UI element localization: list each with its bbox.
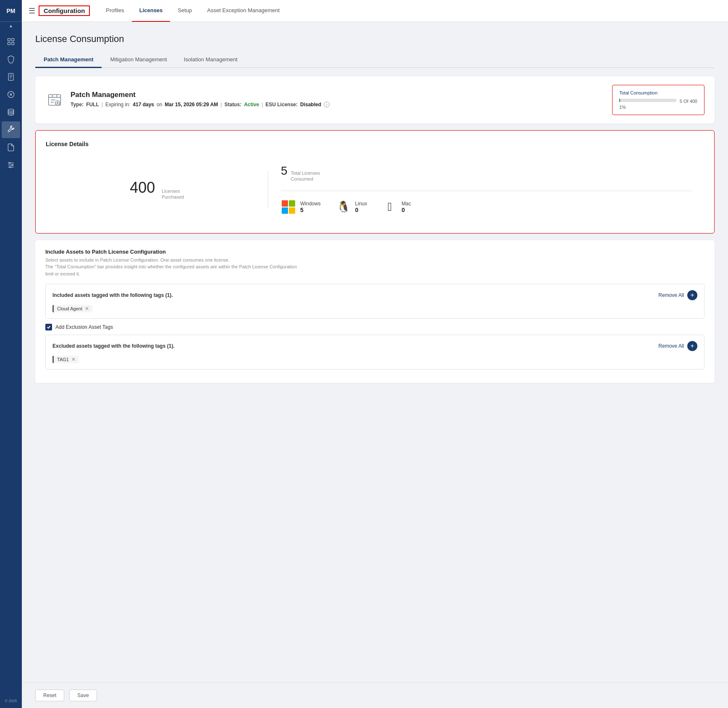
include-assets-title: Include Assets to Patch License Configur… — [45, 249, 704, 255]
mac-item:  Mac 0 — [382, 199, 411, 215]
sidebar-item-dashboard[interactable] — [2, 33, 20, 50]
tag-name: TAG1 — [57, 357, 69, 362]
tab-setup[interactable]: Setup — [170, 0, 199, 22]
license-details-body: 400 LicensesPurchased 5 Total LicensesCo… — [46, 156, 704, 223]
sidebar-logo: PM — [0, 0, 22, 22]
subtab-mitigation[interactable]: Mitigation Management — [102, 53, 175, 68]
tag-close-tag1[interactable]: ✕ — [71, 357, 76, 362]
svg-rect-2 — [8, 42, 10, 45]
excluded-tags-box: Excluded assets tagged with the followin… — [45, 335, 704, 370]
exclusion-label[interactable]: Add Exclusion Asset Tags — [55, 324, 113, 330]
sidebar-item-config[interactable] — [2, 121, 20, 138]
esu-label: ESU License: — [265, 102, 298, 108]
expiring-days: 417 days — [133, 102, 154, 108]
sidebar-item-cancel[interactable] — [2, 86, 20, 103]
svg-point-11 — [8, 109, 13, 111]
include-assets-card: Include Assets to Patch License Configur… — [35, 240, 715, 383]
subtab-patch[interactable]: Patch Management — [35, 53, 102, 68]
svg-point-17 — [10, 166, 11, 168]
divider — [281, 191, 691, 191]
nav-tabs: Profiles Licenses Setup Asset Exception … — [98, 0, 287, 22]
linux-icon: 🐧 — [336, 199, 351, 215]
tc-label: Total Consumption — [619, 90, 697, 95]
tc-percent-text: 1% — [619, 105, 626, 110]
esu-info-icon[interactable]: i — [324, 102, 330, 108]
included-tags-actions: Remove All + — [658, 290, 697, 300]
pm-name: Patch Management — [71, 91, 330, 99]
consumed-count: 5 — [281, 164, 288, 178]
sidebar-collapse-arrow[interactable]: ▲ — [9, 24, 13, 28]
linux-label: Linux — [355, 201, 367, 207]
tab-profiles[interactable]: Profiles — [98, 0, 131, 22]
licenses-purchased: 400 LicensesPurchased — [46, 170, 268, 209]
remove-all-included[interactable]: Remove All — [658, 292, 684, 298]
tag-chip-tag1: TAG1 ✕ — [52, 356, 79, 363]
patch-management-header-card: Patch Management Type: FULL | Expiring i… — [35, 76, 715, 123]
svg-rect-4 — [8, 73, 13, 81]
tag-close-cloud-agent[interactable]: ✕ — [85, 306, 89, 312]
purchased-label: LicensesPurchased — [162, 188, 184, 200]
hamburger-menu[interactable]: ☰ — [29, 6, 35, 16]
svg-point-16 — [12, 164, 13, 165]
license-details-title: License Details — [46, 141, 704, 147]
windows-count: 5 — [300, 207, 321, 213]
pm-info: Patch Management Type: FULL | Expiring i… — [45, 91, 330, 109]
footer-bar: Reset Save — [22, 682, 728, 708]
sidebar-item-docs[interactable] — [2, 139, 20, 156]
windows-item: Windows 5 — [281, 199, 321, 215]
mac-icon:  — [382, 199, 397, 215]
licenses-right: 5 Total LicensesConsumed — [268, 156, 704, 223]
status-value: Active — [244, 102, 259, 108]
linux-count: 0 — [355, 207, 367, 213]
mac-label: Mac — [401, 201, 411, 207]
remove-all-excluded[interactable]: Remove All — [658, 343, 684, 349]
included-tags-label: Included assets tagged with the followin… — [52, 292, 173, 298]
linux-item: 🐧 Linux 0 — [336, 199, 367, 215]
include-assets-desc: Select assets to include in Patch Licens… — [45, 257, 704, 278]
add-exclusion-checkbox[interactable] — [45, 324, 52, 330]
included-tags-list: Cloud Agent ✕ — [52, 304, 697, 312]
svg-rect-1 — [12, 39, 14, 41]
reset-button[interactable]: Reset — [35, 690, 64, 701]
add-excluded-tag-button[interactable]: + — [687, 341, 697, 351]
pm-details: Patch Management Type: FULL | Expiring i… — [71, 91, 330, 108]
add-included-tag-button[interactable]: + — [687, 290, 697, 300]
tab-licenses[interactable]: Licenses — [132, 0, 170, 22]
pm-meta: Type: FULL | Expiring in: 417 days on Ma… — [71, 102, 330, 108]
purchased-count: 400 — [130, 179, 155, 197]
sidebar-item-reports[interactable] — [2, 68, 20, 85]
pm-icon — [45, 91, 64, 109]
tab-asset-exception[interactable]: Asset Exception Management — [199, 0, 287, 22]
page-title: License Consumption — [35, 34, 715, 45]
save-button[interactable]: Save — [69, 690, 97, 701]
included-tags-box: Included assets tagged with the followin… — [45, 284, 704, 319]
desc-line1: Select assets to include in Patch Licens… — [45, 257, 230, 262]
progress-bar — [619, 99, 676, 102]
progress-bar-fill — [619, 99, 620, 102]
sidebar-item-security[interactable] — [2, 51, 20, 68]
on-label: on — [157, 102, 162, 108]
excluded-tags-label: Excluded assets tagged with the followin… — [52, 343, 175, 349]
app-title: Configuration — [39, 5, 90, 16]
sidebar-item-database[interactable] — [2, 104, 20, 121]
os-row: Windows 5 🐧 Linux 0 — [281, 199, 691, 215]
excluded-tags-list: TAG1 ✕ — [52, 355, 697, 363]
license-details-card: License Details 400 LicensesPurchased 5 … — [35, 130, 715, 233]
windows-icon — [281, 199, 296, 215]
desc-line3: limit or exceed it. — [45, 271, 80, 276]
svg-rect-3 — [12, 42, 14, 45]
sidebar-item-settings[interactable] — [2, 157, 20, 173]
tag-chip-cloud-agent: Cloud Agent ✕ — [52, 305, 92, 312]
subtab-isolation[interactable]: Isolation Management — [175, 53, 246, 68]
included-tags-header: Included assets tagged with the followin… — [52, 290, 697, 300]
sidebar-nav — [2, 30, 20, 699]
content-area: License Consumption Patch Management Mit… — [22, 22, 728, 682]
esu-value: Disabled — [300, 102, 321, 108]
total-consumption-box: Total Consumption 5 Of 400 1% — [612, 85, 704, 115]
main-area: ☰ Configuration Profiles Licenses Setup … — [22, 0, 728, 708]
top-navigation: ☰ Configuration Profiles Licenses Setup … — [22, 0, 728, 22]
consumed-label: Total LicensesConsumed — [291, 170, 320, 182]
tag-name: Cloud Agent — [57, 306, 82, 311]
type-value: FULL — [86, 102, 99, 108]
tc-count-text: 5 Of 400 — [680, 99, 697, 104]
